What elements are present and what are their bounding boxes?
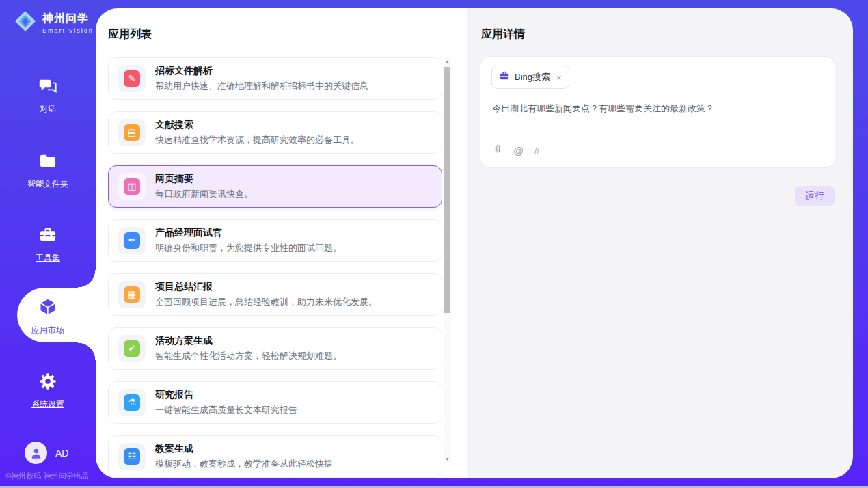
- prompt-card: Bing搜索 × 今日湖北有哪些新闻要点？有哪些需要关注的最新政策？ @ #: [480, 56, 835, 168]
- prompt-toolbar: @ #: [492, 143, 540, 158]
- app-card-description: 一键智能生成高质量长文本研究报告: [155, 404, 297, 416]
- folder-icon: [38, 152, 57, 174]
- app-card[interactable]: ▦ 项目总结汇报 全面回顾项目进展，总结经验教训，助力未来优化发展。: [108, 273, 442, 316]
- at-icon[interactable]: @: [513, 145, 524, 157]
- app-card[interactable]: ✔ 活动方案生成 智能生成个性化活动方案，轻松解决规划难题。: [108, 327, 442, 370]
- briefcase-icon: [499, 70, 510, 84]
- app-card-description: 明确身份和职责，为您提供专业性的面试问题。: [155, 242, 342, 254]
- browser-icon: ◫: [124, 178, 140, 195]
- app-icon-wrap: ◫: [118, 173, 146, 200]
- app-card-description: 模板驱动，教案秒成，教学准备从此轻松快捷: [155, 458, 333, 470]
- prompt-input[interactable]: 今日湖北有哪些新闻要点？有哪些需要关注的最新政策？: [492, 102, 821, 116]
- cube-icon: [38, 297, 58, 320]
- app-card-title: 文献搜索: [155, 119, 360, 131]
- app-card[interactable]: ☷ 教案生成 模板驱动，教案秒成，教学准备从此轻松快捷: [108, 435, 442, 478]
- app-icon-wrap: ✒: [118, 227, 146, 254]
- app-card-title: 活动方案生成: [155, 335, 342, 347]
- books-icon: ☷: [124, 448, 140, 465]
- scroll-down-icon[interactable]: ▾: [444, 455, 451, 463]
- hash-icon[interactable]: #: [534, 145, 539, 157]
- app-card-title: 教案生成: [155, 443, 333, 455]
- app-card-description: 智能生成个性化活动方案，轻松解决规划难题。: [155, 350, 342, 362]
- app-icon-wrap: ▦: [118, 281, 146, 308]
- sidebar-item-smart-folder[interactable]: 智能文件夹: [0, 152, 96, 190]
- sidebar-item-label: 系统设置: [31, 398, 64, 410]
- app-card-description: 快速精准查找学术资源，提高研究效率的必备工具。: [155, 134, 360, 146]
- app-card-description: 全面回顾项目进展，总结经验教训，助力未来优化发展。: [155, 296, 377, 308]
- app-card-title: 产品经理面试官: [155, 227, 342, 239]
- user-account[interactable]: AD: [25, 442, 68, 464]
- sidebar-item-toolset[interactable]: 工具集: [0, 226, 96, 264]
- app-list-title: 应用列表: [108, 27, 152, 42]
- sidebar-item-label: 工具集: [36, 252, 60, 264]
- scroll-up-icon[interactable]: ▴: [444, 57, 451, 66]
- sidebar: 神州问学 Smart Vision 对话 智能文件夹: [0, 0, 96, 488]
- edit-icon: ✎: [124, 70, 140, 87]
- sidebar-item-app-market[interactable]: 应用市场: [0, 297, 96, 336]
- app-card-description: 帮助用户快速、准确地理解和解析招标书中的关键信息: [155, 80, 368, 92]
- avatar[interactable]: [25, 442, 47, 464]
- main-content: 应用列表 ✎ 招标文件解析 帮助用户快速、准确地理解和解析招标书中的关键信息 ▤…: [96, 8, 853, 478]
- brand-logo: 神州问学 Smart Vision: [14, 10, 94, 36]
- sidebar-item-label: 对话: [40, 103, 56, 115]
- clipboard-check-icon: ✔: [124, 340, 140, 357]
- brand-name: 神州问学: [42, 12, 94, 26]
- app-detail-panel: 应用详情 Bing搜索 × 今日湖北有哪些新闻要点？有哪些需要关注的最新政策？: [467, 8, 853, 478]
- tool-tag-bing-search[interactable]: Bing搜索 ×: [491, 66, 569, 89]
- app-card-title: 网页摘要: [155, 173, 253, 185]
- user-name: AD: [55, 448, 68, 459]
- close-icon[interactable]: ×: [556, 72, 562, 83]
- interviewer-icon: ✒: [124, 232, 140, 249]
- app-card-title: 研究报告: [155, 389, 297, 401]
- app-icon-wrap: ▤: [118, 119, 146, 146]
- research-icon: ⚗: [124, 394, 140, 411]
- app-list-panel: 应用列表 ✎ 招标文件解析 帮助用户快速、准确地理解和解析招标书中的关键信息 ▤…: [96, 8, 467, 478]
- chat-icon: [38, 77, 57, 98]
- sidebar-item-label: 应用市场: [31, 325, 64, 336]
- active-nav-curve-top: [78, 270, 96, 288]
- app-card-title: 项目总结汇报: [155, 281, 377, 293]
- sidebar-item-label: 智能文件夹: [27, 178, 68, 190]
- run-button[interactable]: 运行: [795, 186, 835, 206]
- app-card-description: 每日政府新闻资讯快查。: [155, 188, 253, 200]
- sidebar-item-chat[interactable]: 对话: [0, 77, 96, 115]
- app-list: ✎ 招标文件解析 帮助用户快速、准确地理解和解析招标书中的关键信息 ▤ 文献搜索…: [108, 57, 442, 478]
- app-window: 神州问学 Smart Vision 对话 智能文件夹: [0, 0, 868, 488]
- app-card[interactable]: ▤ 文献搜索 快速精准查找学术资源，提高研究效率的必备工具。: [108, 111, 442, 154]
- tool-tag-label: Bing搜索: [515, 71, 550, 83]
- app-list-scrollbar[interactable]: ▴ ▾: [444, 57, 451, 463]
- app-icon-wrap: ✎: [118, 65, 146, 92]
- scrollbar-thumb[interactable]: [444, 67, 450, 313]
- copyright-text: ©神州数码·神州问学出品: [5, 471, 89, 481]
- user-icon: [29, 446, 43, 460]
- toolbox-icon: [38, 226, 57, 247]
- report-note-icon: ▦: [124, 286, 140, 303]
- app-icon-wrap: ✔: [118, 335, 146, 362]
- gear-icon: [38, 372, 57, 394]
- app-card[interactable]: ⚗ 研究报告 一键智能生成高质量长文本研究报告: [108, 381, 442, 424]
- app-card[interactable]: ✎ 招标文件解析 帮助用户快速、准确地理解和解析招标书中的关键信息: [108, 57, 442, 100]
- diamond-logo-icon: [14, 10, 37, 36]
- paperclip-icon[interactable]: [492, 143, 503, 158]
- app-card[interactable]: ◫ 网页摘要 每日政府新闻资讯快查。: [108, 165, 442, 208]
- app-icon-wrap: ⚗: [118, 389, 146, 416]
- app-detail-title: 应用详情: [481, 27, 525, 42]
- active-nav-curve-bottom: [78, 342, 96, 360]
- sidebar-item-settings[interactable]: 系统设置: [0, 372, 96, 410]
- app-card[interactable]: ✒ 产品经理面试官 明确身份和职责，为您提供专业性的面试问题。: [108, 219, 442, 262]
- brand-subtitle: Smart Vision: [42, 27, 94, 34]
- app-icon-wrap: ☷: [118, 443, 146, 470]
- book-icon: ▤: [124, 124, 140, 141]
- app-card-title: 招标文件解析: [155, 65, 368, 77]
